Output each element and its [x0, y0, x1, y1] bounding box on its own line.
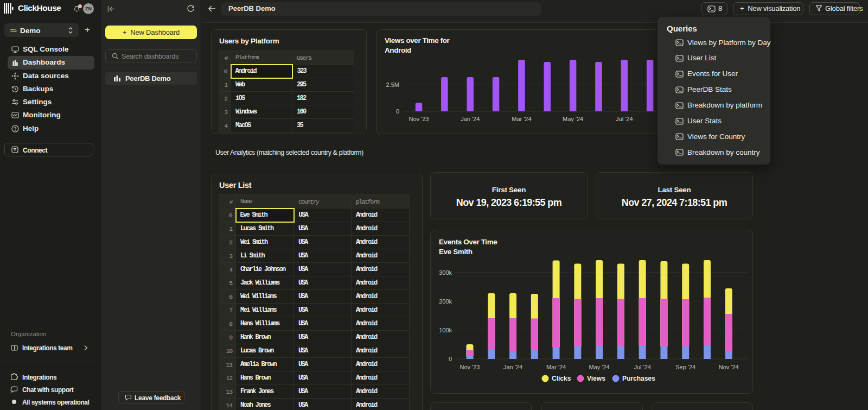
svg-text:300k: 300k	[439, 269, 452, 276]
svg-text:Clicks: Clicks	[552, 375, 571, 382]
svg-text:Sep '24: Sep '24	[675, 364, 695, 370]
svg-text:0: 0	[449, 356, 452, 362]
svg-text:2.5M: 2.5M	[386, 81, 399, 88]
svg-text:Nov '23: Nov '23	[409, 116, 429, 122]
svg-text:Nov '23: Nov '23	[460, 364, 480, 370]
svg-text:May '24: May '24	[589, 364, 610, 370]
svg-text:200k: 200k	[439, 298, 452, 305]
svg-text:Purchases: Purchases	[622, 375, 655, 382]
svg-text:Views: Views	[587, 375, 605, 382]
svg-text:Nov '24: Nov '24	[719, 364, 739, 370]
svg-text:May '24: May '24	[563, 116, 583, 122]
svg-text:Jul '24: Jul '24	[616, 116, 633, 122]
svg-text:0: 0	[396, 108, 399, 115]
svg-text:Mar '24: Mar '24	[546, 364, 566, 370]
svg-text:Jan '24: Jan '24	[503, 364, 522, 370]
svg-text:100k: 100k	[439, 327, 452, 333]
svg-text:Mar '24: Mar '24	[512, 116, 531, 122]
svg-text:Jan '24: Jan '24	[461, 116, 480, 122]
svg-text:aws: aws	[10, 28, 16, 31]
svg-text:Jul '24: Jul '24	[634, 364, 650, 370]
